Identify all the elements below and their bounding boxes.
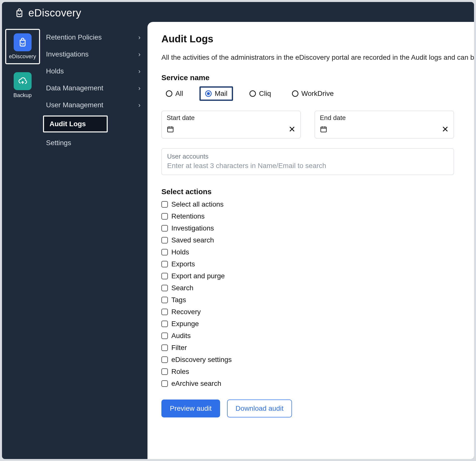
chevron-right-icon: ›	[138, 67, 141, 75]
side-nav: Retention Policies › Investigations › Ho…	[43, 22, 147, 459]
user-accounts-field[interactable]: User accounts Enter at least 3 character…	[161, 148, 454, 175]
rail-label-backup: Backup	[13, 92, 32, 99]
radio-icon	[292, 90, 298, 97]
top-header: eDiscovery	[2, 2, 474, 22]
backup-badge-icon	[14, 72, 32, 90]
action-checkbox-filter[interactable]: Filter	[161, 344, 474, 352]
action-checkbox-tags[interactable]: Tags	[161, 296, 474, 304]
end-date-field[interactable]: End date ✕	[315, 111, 454, 138]
body-row: eDiscovery Backup Retention Policies › I…	[2, 22, 474, 459]
calendar-icon[interactable]	[320, 125, 327, 133]
ediscovery-badge-icon	[14, 33, 32, 51]
action-label: Tags	[171, 296, 186, 304]
checkbox-icon	[161, 285, 168, 291]
user-accounts-label: User accounts	[167, 153, 448, 160]
content-panel: Audit Logs All the activities of the adm…	[147, 22, 474, 459]
radio-all[interactable]: All	[161, 88, 188, 100]
checkbox-icon	[161, 321, 168, 327]
action-label: Search	[171, 284, 193, 292]
checkbox-icon	[161, 237, 168, 243]
action-checkbox-ediscovery-settings[interactable]: eDiscovery settings	[161, 356, 474, 364]
action-checkbox-investigations[interactable]: Investigations	[161, 224, 474, 232]
left-rail: eDiscovery Backup	[2, 22, 43, 459]
chevron-right-icon: ›	[138, 51, 141, 58]
action-checkbox-expunge[interactable]: Expunge	[161, 320, 474, 328]
checkbox-icon	[161, 249, 168, 255]
ediscovery-logo-icon	[14, 8, 24, 18]
action-label: Expunge	[171, 320, 199, 328]
checkbox-icon	[161, 356, 168, 363]
download-audit-button[interactable]: Download audit	[227, 400, 292, 417]
action-label: Select all actions	[171, 200, 224, 208]
action-label: eDiscovery settings	[171, 356, 232, 364]
action-checkbox-earchive-search[interactable]: eArchive search	[161, 380, 474, 388]
action-label: Investigations	[171, 224, 214, 232]
actions-list: Select all actionsRetentionsInvestigatio…	[161, 200, 474, 388]
preview-audit-button[interactable]: Preview audit	[161, 400, 220, 417]
start-date-field[interactable]: Start date ✕	[161, 111, 301, 138]
checkbox-icon	[161, 309, 168, 315]
checkbox-icon	[161, 213, 168, 220]
action-label: Export and purge	[171, 272, 225, 280]
checkbox-icon	[161, 333, 168, 339]
page-title: Audit Logs	[161, 33, 474, 45]
action-checkbox-roles[interactable]: Roles	[161, 368, 474, 376]
chevron-right-icon: ›	[138, 101, 141, 109]
nav-settings[interactable]: Settings	[43, 134, 147, 151]
action-checkbox-saved-search[interactable]: Saved search	[161, 236, 474, 244]
service-radio-group: All Mail Cliq WorkDrive	[161, 86, 474, 101]
radio-mail[interactable]: Mail	[199, 86, 233, 101]
action-label: Roles	[171, 368, 189, 376]
rail-item-backup[interactable]: Backup	[5, 68, 40, 103]
svg-rect-0	[168, 127, 173, 132]
action-checkbox-audits[interactable]: Audits	[161, 332, 474, 340]
radio-icon	[166, 90, 172, 97]
action-label: Filter	[171, 344, 187, 352]
action-label: Retentions	[171, 212, 205, 220]
checkbox-icon	[161, 273, 168, 279]
svg-rect-1	[321, 127, 327, 132]
page-description: All the activities of the administrators…	[161, 54, 474, 61]
app-title: eDiscovery	[28, 7, 81, 19]
nav-data-management[interactable]: Data Management ›	[43, 80, 147, 97]
end-date-label: End date	[320, 114, 449, 122]
action-checkbox-retentions[interactable]: Retentions	[161, 212, 474, 220]
date-range-row: Start date ✕ End date	[161, 111, 474, 138]
clear-icon[interactable]: ✕	[442, 124, 449, 134]
checkbox-icon	[161, 201, 168, 208]
checkbox-icon	[161, 225, 168, 231]
action-checkbox-search[interactable]: Search	[161, 284, 474, 292]
chevron-right-icon: ›	[138, 34, 141, 41]
action-label: Recovery	[171, 308, 201, 316]
start-date-label: Start date	[167, 114, 295, 122]
radio-cliq[interactable]: Cliq	[245, 88, 275, 100]
clear-icon[interactable]: ✕	[288, 124, 295, 134]
action-checkbox-recovery[interactable]: Recovery	[161, 308, 474, 316]
radio-workdrive[interactable]: WorkDrive	[287, 88, 338, 100]
service-name-label: Service name	[161, 73, 474, 82]
rail-item-ediscovery[interactable]: eDiscovery	[5, 29, 40, 64]
action-checkbox-exports[interactable]: Exports	[161, 260, 474, 268]
app-frame: eDiscovery eDiscovery	[2, 2, 474, 459]
action-label: Holds	[171, 248, 189, 256]
action-label: eArchive search	[171, 380, 221, 388]
action-label: Audits	[171, 332, 191, 340]
nav-investigations[interactable]: Investigations ›	[43, 46, 147, 63]
action-checkbox-holds[interactable]: Holds	[161, 248, 474, 256]
user-accounts-placeholder: Enter at least 3 characters in Name/Emai…	[167, 162, 448, 170]
nav-audit-logs[interactable]: Audit Logs	[43, 114, 147, 134]
checkbox-icon	[161, 261, 168, 267]
action-checkbox-select-all-actions[interactable]: Select all actions	[161, 200, 474, 208]
checkbox-icon	[161, 345, 168, 351]
nav-holds[interactable]: Holds ›	[43, 63, 147, 80]
action-checkbox-export-and-purge[interactable]: Export and purge	[161, 272, 474, 280]
checkbox-icon	[161, 368, 168, 375]
nav-retention-policies[interactable]: Retention Policies ›	[43, 29, 147, 46]
calendar-icon[interactable]	[167, 125, 174, 133]
checkbox-icon	[161, 380, 168, 387]
select-actions-label: Select actions	[161, 187, 474, 196]
nav-user-management[interactable]: User Management ›	[43, 97, 147, 114]
radio-selected-icon	[205, 90, 212, 97]
radio-icon	[249, 90, 256, 97]
action-label: Exports	[171, 260, 195, 268]
